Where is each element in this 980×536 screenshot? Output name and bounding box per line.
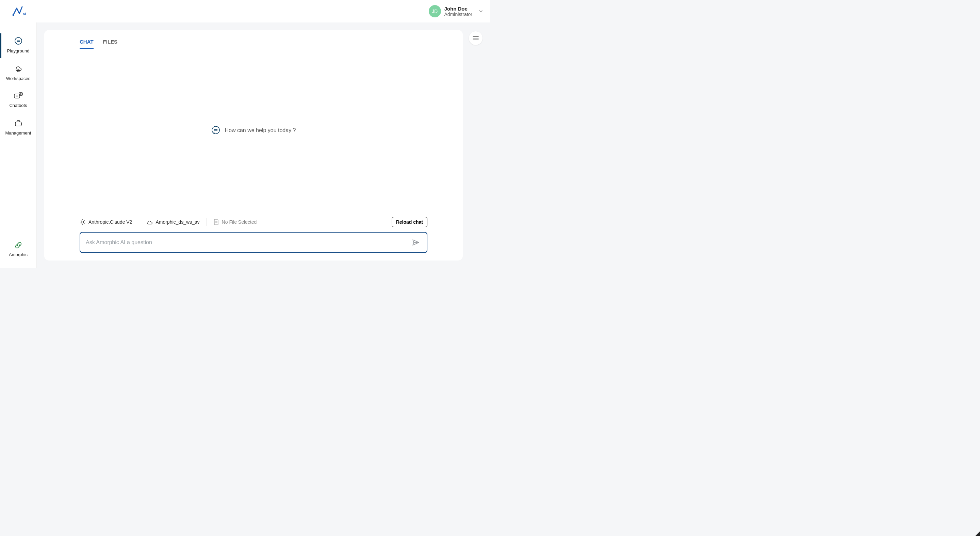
- sidebar-item-chatbots[interactable]: Chatbots: [0, 87, 37, 114]
- sidebar-item-label: Workspaces: [6, 76, 30, 81]
- menu-icon: [473, 36, 479, 40]
- svg-point-18: [82, 221, 84, 223]
- workspace-selector[interactable]: Amorphic_ds_ws_av: [146, 219, 199, 225]
- briefcase-icon: [14, 119, 23, 128]
- panel-toggle-button[interactable]: [469, 31, 482, 45]
- top-header: ai JD John Doe Administrator: [0, 0, 490, 22]
- sidebar-bottom: Amorphic: [0, 236, 37, 268]
- file-selector[interactable]: No File Selected: [214, 219, 257, 225]
- chat-input-container: [80, 232, 427, 253]
- avatar: JD: [429, 5, 441, 18]
- tabs: CHAT FILES: [44, 36, 463, 49]
- chevron-down-icon: [479, 9, 483, 14]
- sidebar-item-playground[interactable]: Playground: [0, 32, 37, 60]
- sidebar-item-label: Amorphic: [9, 252, 27, 257]
- main-area: Playground Workspaces Chatbots Managemen…: [0, 22, 490, 268]
- chat-bubble-icon: [14, 37, 23, 46]
- user-menu[interactable]: JD John Doe Administrator: [429, 5, 483, 18]
- user-name: John Doe: [444, 6, 472, 11]
- model-selector[interactable]: Anthropic.Claude V2: [80, 219, 132, 225]
- sidebar-item-workspaces[interactable]: Workspaces: [0, 60, 37, 87]
- gear-icon: [80, 219, 86, 225]
- divider: [207, 218, 207, 226]
- chat-card: CHAT FILES How can we help you today ?: [44, 30, 463, 260]
- tab-files[interactable]: FILES: [103, 36, 118, 49]
- user-info: John Doe Administrator: [444, 6, 472, 17]
- svg-point-9: [16, 96, 16, 96]
- reload-chat-button[interactable]: Reload chat: [392, 217, 427, 227]
- divider: [139, 218, 139, 226]
- footer-meta: Anthropic.Claude V2 Amorphic_ds_ws_av: [80, 212, 427, 227]
- app-logo: ai: [12, 6, 27, 16]
- send-icon: [412, 238, 420, 247]
- user-role: Administrator: [444, 11, 472, 17]
- sidebar-item-management[interactable]: Management: [0, 114, 37, 142]
- chat-body: How can we help you today ?: [44, 49, 463, 212]
- send-button[interactable]: [410, 237, 421, 248]
- tab-chat[interactable]: CHAT: [80, 36, 94, 49]
- sidebar-item-amorphic[interactable]: Amorphic: [0, 236, 37, 263]
- svg-point-2: [15, 37, 22, 44]
- file-icon: [214, 219, 219, 225]
- sidebar-item-label: Chatbots: [9, 103, 27, 108]
- file-status: No File Selected: [222, 219, 257, 225]
- empty-state: How can we help you today ?: [211, 126, 296, 135]
- chat-input[interactable]: [86, 239, 410, 246]
- chatbot-icon: [14, 92, 23, 100]
- svg-text:ai: ai: [23, 12, 26, 16]
- sidebar-item-label: Playground: [7, 48, 30, 53]
- svg-point-15: [212, 126, 220, 134]
- chat-bubble-icon: [211, 126, 221, 135]
- empty-state-text: How can we help you today ?: [224, 128, 296, 134]
- content-area: CHAT FILES How can we help you today ?: [37, 22, 490, 268]
- link-icon: [14, 241, 22, 249]
- logo-icon: ai: [12, 6, 27, 16]
- svg-point-5: [18, 70, 19, 71]
- svg-rect-14: [15, 122, 21, 126]
- cloud-db-icon: [14, 64, 23, 73]
- sidebar-item-label: Management: [5, 131, 31, 136]
- sidebar: Playground Workspaces Chatbots Managemen…: [0, 22, 37, 268]
- model-name: Anthropic.Claude V2: [89, 219, 132, 225]
- workspace-name: Amorphic_ds_ws_av: [156, 219, 199, 225]
- chat-footer: Anthropic.Claude V2 Amorphic_ds_ws_av: [44, 212, 463, 253]
- cloud-icon: [146, 219, 153, 225]
- svg-point-10: [17, 96, 18, 96]
- svg-point-0: [13, 14, 14, 16]
